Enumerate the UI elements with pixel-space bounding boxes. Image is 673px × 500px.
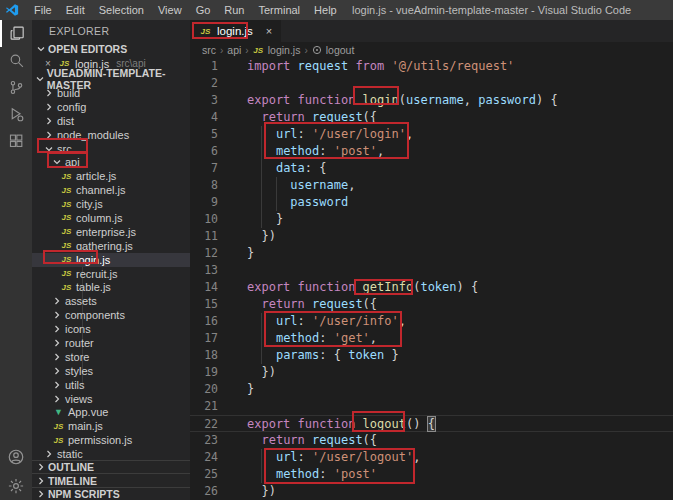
- sidebar-item-city-js[interactable]: JScity.js: [32, 197, 190, 211]
- chevron-right-icon: [37, 463, 45, 471]
- code-line-6[interactable]: 6 method: 'post',: [190, 143, 673, 160]
- code-line-25[interactable]: 25 method: 'post': [190, 466, 673, 483]
- tab-login-js[interactable]: JS login.js ×: [190, 20, 281, 42]
- sidebar-item-static[interactable]: static: [32, 447, 190, 461]
- line-number: 3: [190, 92, 218, 109]
- code-line-1[interactable]: 1import request from '@/utils/request': [190, 58, 673, 75]
- tree-item-label: components: [65, 309, 125, 321]
- menu-go[interactable]: Go: [189, 0, 218, 20]
- account-icon: [7, 448, 25, 466]
- sidebar-item-api[interactable]: api: [32, 155, 190, 169]
- menu-view[interactable]: View: [151, 0, 189, 20]
- sidebar-item-dist[interactable]: dist: [32, 114, 190, 128]
- tree-item-label: table.js: [76, 281, 111, 293]
- panel-outline[interactable]: OUTLINE: [32, 460, 190, 473]
- code-line-22[interactable]: 22export function logout() {: [190, 415, 673, 432]
- sidebar-item-main-js[interactable]: JSmain.js: [32, 419, 190, 433]
- code-line-10[interactable]: 10 }: [190, 211, 673, 228]
- code-text: url: '/user/info',: [247, 313, 406, 330]
- tab-close-icon[interactable]: ×: [266, 25, 272, 37]
- code-line-12[interactable]: 12}: [190, 245, 673, 262]
- code-line-7[interactable]: 7 data: {: [190, 160, 673, 177]
- sidebar-item-recruit-js[interactable]: JSrecruit.js: [32, 267, 190, 281]
- activity-run-debug[interactable]: [0, 101, 32, 128]
- sidebar-item-styles[interactable]: styles: [32, 364, 190, 378]
- code-line-8[interactable]: 8 username,: [190, 177, 673, 194]
- panel-label: TIMELINE: [48, 475, 97, 487]
- tree-item-label: router: [65, 337, 94, 349]
- code-line-13[interactable]: 13: [190, 262, 673, 279]
- sidebar-item-gathering-js[interactable]: JSgathering.js: [32, 239, 190, 253]
- code-text: return request({: [247, 432, 377, 449]
- js-icon: JS: [60, 269, 73, 278]
- sidebar-item-src[interactable]: src: [32, 142, 190, 156]
- tree-item-label: city.js: [76, 198, 103, 210]
- breadcrumb-item-api[interactable]: api: [227, 44, 241, 56]
- code-line-17[interactable]: 17 method: 'get',: [190, 330, 673, 347]
- sidebar-item-node_modules[interactable]: node_modules: [32, 128, 190, 142]
- sidebar-item-channel-js[interactable]: JSchannel.js: [32, 183, 190, 197]
- panel-npm-scripts[interactable]: NPM SCRIPTS: [32, 487, 190, 500]
- breadcrumb-separator: ›: [245, 45, 248, 56]
- project-header[interactable]: VUEADMIN-TEMPLATE-MASTER: [32, 71, 190, 86]
- window-title: login.js - vueAdmin-template-master - Vi…: [352, 0, 631, 20]
- activity-search[interactable]: [0, 47, 32, 74]
- code-line-16[interactable]: 16 url: '/user/info',: [190, 313, 673, 330]
- activity-source-control[interactable]: [0, 74, 32, 101]
- code-text: }): [247, 483, 276, 500]
- js-icon: JS: [60, 255, 73, 264]
- code-line-19[interactable]: 19 }): [190, 364, 673, 381]
- code-line-24[interactable]: 24 url: '/user/logout',: [190, 449, 673, 466]
- menu-file[interactable]: File: [27, 0, 59, 20]
- sidebar-item-login-js[interactable]: JSlogin.js: [32, 253, 190, 267]
- code-line-20[interactable]: 20}: [190, 381, 673, 398]
- sidebar-item-config[interactable]: config: [32, 100, 190, 114]
- menu-terminal[interactable]: Terminal: [252, 0, 308, 20]
- sidebar-item-App-vue[interactable]: ▼App.vue: [32, 405, 190, 419]
- code-line-23[interactable]: 23 return request({: [190, 432, 673, 449]
- sidebar-item-permission-js[interactable]: JSpermission.js: [32, 433, 190, 447]
- code-line-4[interactable]: 4 return request({: [190, 109, 673, 126]
- sidebar-item-article-js[interactable]: JSarticle.js: [32, 169, 190, 183]
- vscode-window: FileEditSelectionViewGoRunTerminalHelp l…: [0, 0, 673, 500]
- sidebar-item-router[interactable]: router: [32, 336, 190, 350]
- code-line-14[interactable]: 14export function getInfo(token) {: [190, 279, 673, 296]
- menu-help[interactable]: Help: [307, 0, 344, 20]
- code-line-26[interactable]: 26 }): [190, 483, 673, 500]
- chevron-right-icon: [53, 353, 61, 361]
- sidebar-item-column-js[interactable]: JScolumn.js: [32, 211, 190, 225]
- activity-extensions[interactable]: [0, 128, 32, 155]
- sidebar-item-build[interactable]: build: [32, 86, 190, 100]
- panel-timeline[interactable]: TIMELINE: [32, 473, 190, 486]
- breadcrumb-item-logout[interactable]: logout: [326, 44, 355, 56]
- sidebar-item-icons[interactable]: icons: [32, 322, 190, 336]
- code-line-9[interactable]: 9 password: [190, 194, 673, 211]
- activity-settings[interactable]: [0, 471, 32, 500]
- tree-item-label: main.js: [68, 420, 103, 432]
- sidebar-item-views[interactable]: views: [32, 392, 190, 406]
- menu-edit[interactable]: Edit: [59, 0, 92, 20]
- code-line-2[interactable]: 2: [190, 75, 673, 92]
- activity-files[interactable]: [0, 20, 32, 47]
- sidebar-item-assets[interactable]: assets: [32, 294, 190, 308]
- open-editors-header[interactable]: OPEN EDITORS: [32, 41, 190, 56]
- code-line-3[interactable]: 3export function login(username, passwor…: [190, 92, 673, 109]
- code-line-18[interactable]: 18 params: { token }: [190, 347, 673, 364]
- sidebar-item-table-js[interactable]: JStable.js: [32, 280, 190, 294]
- sidebar-item-store[interactable]: store: [32, 350, 190, 364]
- sidebar-item-components[interactable]: components: [32, 308, 190, 322]
- code-line-5[interactable]: 5 url: '/user/login',: [190, 126, 673, 143]
- sidebar-item-utils[interactable]: utils: [32, 378, 190, 392]
- menu-run[interactable]: Run: [217, 0, 251, 20]
- line-number: 13: [190, 262, 218, 279]
- code-editor[interactable]: 1import request from '@/utils/request'23…: [190, 58, 673, 500]
- js-file-icon: JS: [199, 27, 212, 36]
- breadcrumb-item-login-js[interactable]: login.js: [268, 44, 301, 56]
- sidebar-item-enterprise-js[interactable]: JSenterprise.js: [32, 225, 190, 239]
- activity-account[interactable]: [0, 442, 32, 471]
- breadcrumb-item-src[interactable]: src: [202, 44, 216, 56]
- code-line-21[interactable]: 21: [190, 398, 673, 415]
- code-line-15[interactable]: 15 return request({: [190, 296, 673, 313]
- code-line-11[interactable]: 11 }): [190, 228, 673, 245]
- menu-selection[interactable]: Selection: [92, 0, 151, 20]
